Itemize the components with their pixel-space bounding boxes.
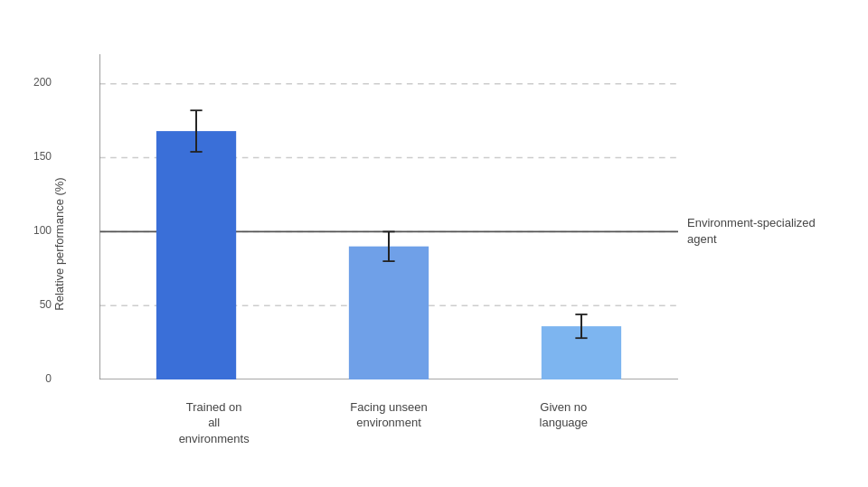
y-axis-label: Relative performance (%)	[52, 177, 66, 310]
chart-svg	[99, 54, 678, 379]
y-tick-0: 0	[45, 372, 52, 385]
y-tick-100: 100	[33, 224, 52, 237]
y-tick-50: 50	[40, 298, 52, 311]
y-tick-150: 150	[33, 150, 52, 163]
chart-area: 200 150 100 50 0 Environment-specialized…	[99, 54, 678, 379]
x-axis-labels: Trained onall environments Facing unseen…	[99, 399, 678, 447]
x-label-trained-all: Trained onall environments	[174, 399, 255, 447]
bar-facing-unseen	[349, 246, 429, 379]
y-tick-200: 200	[33, 76, 52, 89]
chart-wrapper: Relative performance (%)	[45, 36, 823, 452]
x-label-given-no-language: Given nolanguage	[523, 399, 604, 447]
bar-trained-all	[156, 131, 236, 379]
x-label-facing-unseen: Facing unseenenvironment	[348, 399, 429, 447]
baseline-label: Environment-specialized agent	[687, 215, 818, 248]
